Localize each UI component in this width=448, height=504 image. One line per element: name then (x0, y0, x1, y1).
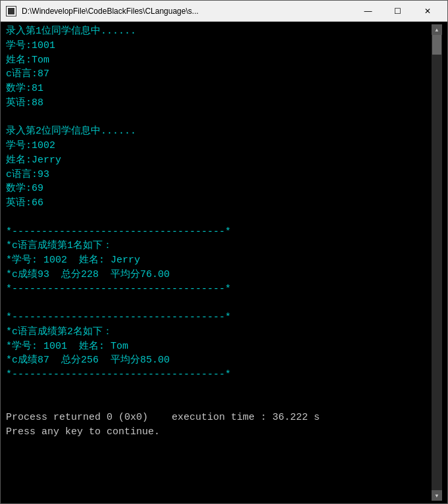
console-line: Press any key to continue. (6, 425, 432, 440)
console-line: *c成绩87 总分256 平均分85.00 (6, 353, 432, 368)
console-line: Process returned 0 (0x0) execution time … (6, 411, 432, 425)
console-line: 姓名:Tom (6, 53, 432, 68)
maximize-button[interactable]: ☐ (383, 1, 412, 22)
title-bar-text: D:\WindevelopFile\CodeBlackFiles\CLangua… (22, 7, 353, 16)
close-button[interactable]: ✕ (412, 1, 442, 22)
console-output: 录入第1位同学信息中......学号:1001姓名:Tomc语言:87数学:81… (6, 24, 432, 501)
console-line: 英语:88 (6, 96, 432, 111)
scroll-up-arrow[interactable]: ▲ (432, 24, 442, 35)
console-line: 录入第2位同学信息中...... (6, 124, 432, 139)
console-line: 英语:66 (6, 196, 432, 211)
scroll-down-arrow[interactable]: ▼ (432, 490, 442, 501)
console-line: 数学:81 (6, 82, 432, 96)
window: D:\WindevelopFile\CodeBlackFiles\CLangua… (0, 0, 448, 504)
console-line: *c语言成绩第1名如下： (6, 239, 432, 253)
scrollbar[interactable]: ▲ ▼ (432, 24, 442, 501)
console-line: *学号: 1001 姓名: Tom (6, 340, 432, 354)
console-line: 学号:1002 (6, 139, 432, 153)
title-bar-buttons: — ☐ ✕ (353, 1, 442, 22)
console-line: c语言:87 (6, 67, 432, 82)
console-line: *c语言成绩第2名如下： (6, 325, 432, 340)
console-line: c语言:93 (6, 168, 432, 182)
console-line: *------------------------------------* (6, 225, 432, 239)
console-line: 姓名:Jerry (6, 153, 432, 168)
console-line: 数学:69 (6, 182, 432, 196)
console-line (6, 211, 432, 225)
window-icon (6, 6, 16, 16)
console-line (6, 296, 432, 311)
minimize-button[interactable]: — (353, 1, 383, 22)
console-line: *------------------------------------* (6, 311, 432, 325)
console-line (6, 397, 432, 411)
console-line (6, 111, 432, 125)
console-line (6, 382, 432, 397)
console-line: 录入第1位同学信息中...... (6, 24, 432, 39)
console-area: 录入第1位同学信息中......学号:1001姓名:Tomc语言:87数学:81… (1, 22, 447, 503)
console-line: *------------------------------------* (6, 368, 432, 382)
console-line: 学号:1001 (6, 39, 432, 53)
scroll-thumb[interactable] (432, 35, 441, 55)
scroll-track[interactable] (432, 35, 442, 490)
console-line: *学号: 1002 姓名: Jerry (6, 253, 432, 268)
console-line: *------------------------------------* (6, 282, 432, 297)
title-bar: D:\WindevelopFile\CodeBlackFiles\CLangua… (1, 1, 447, 22)
console-line: *c成绩93 总分228 平均分76.00 (6, 268, 432, 282)
